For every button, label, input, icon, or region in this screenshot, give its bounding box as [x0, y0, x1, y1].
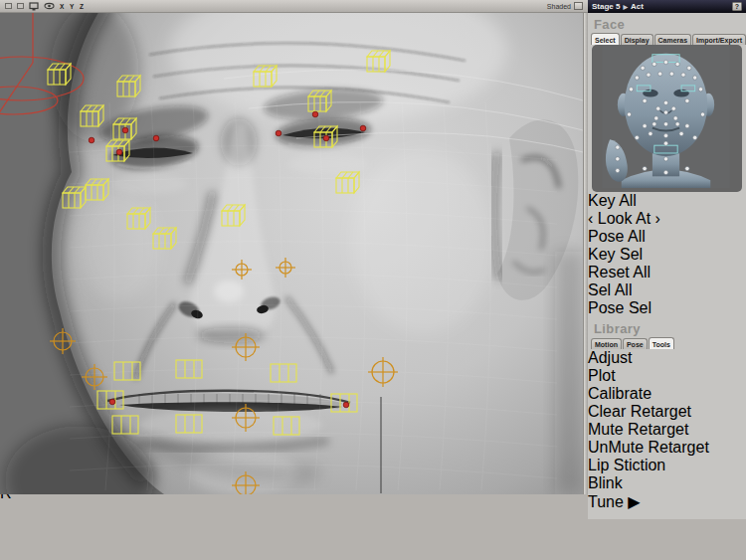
face-marker-dot[interactable] [663, 60, 667, 64]
shading-mode-label[interactable]: Shaded [547, 3, 571, 10]
key-sel-button[interactable]: Key Sel [588, 246, 746, 264]
face-marker-dot[interactable] [647, 73, 651, 77]
red-dot-marker [109, 399, 115, 405]
face-marker-dot[interactable] [663, 133, 667, 137]
window-icon[interactable] [5, 3, 12, 9]
face-tab-import-export[interactable]: Import/Export [692, 34, 746, 45]
library-item-label: UnMute Retarget [588, 439, 709, 456]
face-marker-dot[interactable] [681, 73, 685, 77]
library-item-label: Lip Stiction [588, 457, 665, 473]
face-marker-dot[interactable] [643, 124, 647, 128]
red-dot-marker [122, 127, 128, 133]
eye-icon[interactable] [44, 2, 55, 10]
red-dot-marker [312, 111, 318, 117]
pose-all-button[interactable]: Pose All [588, 228, 746, 246]
shading-mode-icon[interactable] [574, 2, 583, 10]
library-item-lip-stiction[interactable]: Lip Stiction [588, 457, 746, 474]
face-marker-dot[interactable] [679, 131, 683, 135]
face-marker-dot[interactable] [685, 124, 689, 128]
head-model [0, 13, 583, 494]
viewport-toolbar: X Y Z Shaded [0, 0, 588, 13]
face-marker-dot[interactable] [653, 62, 656, 66]
library-item-plot[interactable]: Plot [588, 367, 746, 385]
key-all-button[interactable]: Key All [588, 192, 746, 210]
library-item-adjust[interactable]: Adjust [588, 349, 746, 367]
library-item-label: Mute Retarget [588, 421, 688, 438]
look-right-button[interactable]: › [655, 210, 660, 227]
library-tabs: MotionPoseTools [588, 337, 746, 349]
face-marker-dot[interactable] [663, 157, 667, 161]
red-dot-marker [323, 135, 329, 141]
viewport-3d[interactable] [0, 13, 583, 494]
window-icon-2[interactable] [17, 3, 24, 9]
face-marker-dot[interactable] [663, 122, 667, 126]
face-marker-dot[interactable] [685, 166, 689, 170]
monitor-icon[interactable] [29, 2, 39, 11]
library-item-label: Adjust [588, 349, 632, 366]
help-button[interactable]: ? [732, 2, 742, 11]
face-marker-dot[interactable] [669, 72, 673, 76]
library-item-clear-retarget[interactable]: Clear Retarget [588, 403, 746, 421]
face-marker-dot[interactable] [635, 76, 639, 80]
face-marker-dot[interactable] [675, 122, 679, 126]
face-marker-dot[interactable] [616, 157, 620, 161]
face-preview[interactable] [592, 45, 742, 192]
red-dot-marker [343, 402, 349, 408]
face-marker-dot[interactable] [653, 122, 656, 126]
face-marker-dot[interactable] [685, 98, 689, 102]
face-marker-dot[interactable] [700, 112, 704, 116]
face-marker-dot[interactable] [671, 106, 675, 110]
pose-sel-button[interactable]: Pose Sel [588, 299, 746, 317]
face-tab-cameras[interactable]: Cameras [654, 34, 692, 45]
face-marker-dot[interactable] [641, 66, 645, 70]
look-left-button[interactable]: ‹ [588, 210, 593, 227]
face-marker-dot[interactable] [635, 135, 639, 139]
face-marker-dot[interactable] [627, 112, 631, 116]
face-marker-dot[interactable] [663, 100, 667, 104]
face-marker-dot[interactable] [643, 166, 647, 170]
face-marker-dot[interactable] [663, 110, 667, 114]
face-marker-dot[interactable] [649, 131, 653, 135]
application-window: X Y Z Shaded [0, 0, 746, 560]
face-marker-dot[interactable] [663, 141, 667, 145]
face-marker-dot[interactable] [656, 106, 660, 110]
face-marker-dot[interactable] [698, 88, 702, 92]
red-dot-marker [153, 135, 159, 141]
face-marker-dot[interactable] [654, 116, 658, 120]
face-marker-dot[interactable] [643, 98, 647, 102]
panel-header[interactable]: Stage 5 ▶ Act ? [588, 0, 746, 13]
sel-all-button[interactable]: Sel All [588, 281, 746, 299]
library-section-title: Library [588, 317, 746, 337]
library-item-mute-retarget[interactable]: Mute Retarget [588, 421, 746, 439]
library-tab-motion[interactable]: Motion [591, 338, 622, 349]
face-marker-dot[interactable] [675, 62, 679, 66]
chevron-right-icon: ▶ [623, 3, 628, 10]
library-list: AdjustPlotCalibrateClear RetargetMute Re… [588, 349, 746, 492]
face-marker-dot[interactable] [629, 88, 633, 92]
library-item-blink[interactable]: Blink [588, 474, 746, 492]
library-tab-tools[interactable]: Tools [649, 337, 674, 349]
library-item-label: Clear Retarget [588, 403, 691, 420]
face-tab-select[interactable]: Select [591, 33, 620, 45]
face-marker-dot[interactable] [693, 76, 697, 80]
reset-all-button[interactable]: Reset All [588, 264, 746, 281]
library-item-unmute-retarget[interactable]: UnMute Retarget [588, 439, 746, 457]
face-buttons-row2: Key SelReset AllSel AllPose Sel [588, 246, 746, 317]
library-tab-pose[interactable]: Pose [623, 338, 648, 349]
face-marker-dot[interactable] [616, 168, 620, 172]
face-marker-dot[interactable] [663, 170, 667, 174]
face-marker-dot[interactable] [616, 145, 620, 149]
play-arrow-icon: ▶ [628, 493, 640, 510]
face-marker-dot[interactable] [693, 135, 697, 139]
face-marker-dot[interactable] [673, 116, 677, 120]
tune-button[interactable]: Tune ▶ [588, 492, 746, 511]
look-at-control[interactable]: ‹ Look At › [588, 210, 746, 228]
library-item-calibrate[interactable]: Calibrate [588, 385, 746, 403]
library-item-label: Plot [588, 367, 616, 384]
stage-label: Stage 5 [592, 2, 620, 11]
face-section-title: Face [588, 13, 746, 33]
face-marker-dot[interactable] [687, 66, 691, 70]
red-dot-marker [276, 130, 281, 136]
face-marker-dot[interactable] [658, 72, 662, 76]
face-tab-display[interactable]: Display [621, 34, 653, 45]
